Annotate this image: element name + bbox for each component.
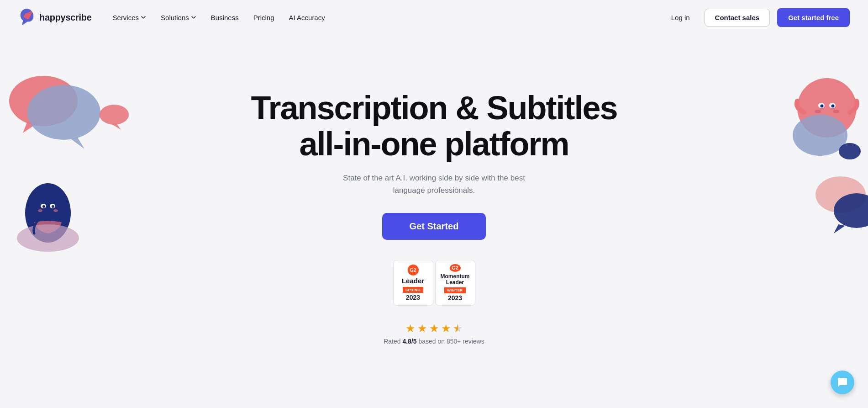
svg-point-17: [821, 105, 824, 108]
stars: ★ ★ ★ ★ ★ ★: [405, 322, 463, 335]
nav-solutions[interactable]: Solutions: [154, 10, 203, 25]
svg-point-24: [834, 193, 868, 228]
nav-right: Log in Contact sales Get started free: [664, 8, 850, 27]
rating-section: ★ ★ ★ ★ ★ ★ Rated 4.8/5 based on 850+ re…: [384, 322, 484, 345]
g2-badge-leader: G2 Leader SPRING 2023: [393, 260, 433, 306]
right-illustration: [740, 62, 868, 268]
svg-point-23: [815, 176, 866, 213]
logo-icon: [18, 8, 36, 27]
get-started-hero-button[interactable]: Get Started: [382, 213, 486, 240]
svg-point-8: [50, 204, 55, 208]
nav-ai-accuracy[interactable]: AI Accuracy: [283, 10, 331, 25]
hero-section: Transcription & Subtitles all-in-one pla…: [0, 35, 868, 391]
svg-point-0: [9, 76, 78, 126]
hero-subtitle: State of the art A.I. working side by si…: [336, 172, 532, 196]
svg-point-2: [27, 85, 100, 140]
nav-business[interactable]: Business: [205, 10, 245, 25]
chevron-down-icon: [141, 15, 146, 20]
star-5-half: ★ ★: [453, 322, 463, 335]
svg-point-10: [52, 205, 54, 208]
badge-title-2: Momentum Leader: [439, 274, 471, 286]
svg-point-19: [815, 110, 821, 113]
badge-stripe-2: WINTER: [444, 287, 466, 293]
svg-point-13: [17, 224, 79, 252]
svg-point-4: [100, 105, 129, 125]
nav-services[interactable]: Services: [106, 10, 153, 25]
navbar: happyscribe Services Solutions Business …: [0, 0, 868, 35]
nav-links: Services Solutions Business Pricing AI A…: [106, 10, 664, 25]
hero-title: Transcription & Subtitles all-in-one pla…: [251, 90, 617, 162]
logo[interactable]: happyscribe: [18, 8, 92, 27]
star-3: ★: [429, 322, 439, 335]
star-4: ★: [441, 322, 451, 335]
svg-point-11: [38, 209, 42, 212]
g2-logo-2: G2: [450, 264, 461, 272]
svg-point-20: [833, 110, 839, 113]
rating-text: Rated 4.8/5 based on 850+ reviews: [384, 338, 484, 345]
badge-year-1: 2023: [406, 294, 420, 301]
chevron-down-icon: [191, 15, 196, 20]
svg-point-22: [839, 143, 861, 159]
left-illustration: [0, 62, 137, 268]
g2-badges: G2 Leader SPRING 2023 G2 Momentum Leader…: [393, 260, 475, 306]
svg-marker-5: [112, 123, 121, 130]
chat-icon: [836, 376, 849, 389]
svg-point-9: [42, 205, 45, 208]
svg-point-18: [831, 105, 835, 108]
g2-badge-momentum: G2 Momentum Leader WINTER 2023: [435, 260, 475, 306]
chat-support-button[interactable]: [831, 371, 854, 394]
svg-point-6: [25, 183, 71, 243]
star-2: ★: [417, 322, 427, 335]
svg-point-14: [797, 78, 857, 138]
contact-sales-button[interactable]: Contact sales: [705, 9, 770, 26]
badge-year-2: 2023: [448, 294, 462, 302]
svg-point-21: [793, 115, 847, 156]
svg-point-12: [53, 209, 58, 212]
get-started-nav-button[interactable]: Get started free: [777, 8, 850, 27]
badge-stripe-1: SPRING: [403, 287, 424, 293]
nav-pricing[interactable]: Pricing: [247, 10, 281, 25]
svg-point-16: [829, 103, 836, 108]
login-button[interactable]: Log in: [664, 10, 697, 25]
svg-marker-3: [71, 138, 84, 149]
badge-title-1: Leader: [402, 277, 424, 285]
svg-marker-25: [834, 224, 845, 233]
rating-value: 4.8/5: [402, 338, 416, 345]
star-1: ★: [405, 322, 416, 335]
svg-point-15: [818, 103, 825, 108]
g2-logo: G2: [408, 265, 419, 276]
logo-text: happyscribe: [39, 12, 92, 23]
svg-point-7: [41, 204, 46, 208]
svg-marker-1: [23, 122, 37, 133]
